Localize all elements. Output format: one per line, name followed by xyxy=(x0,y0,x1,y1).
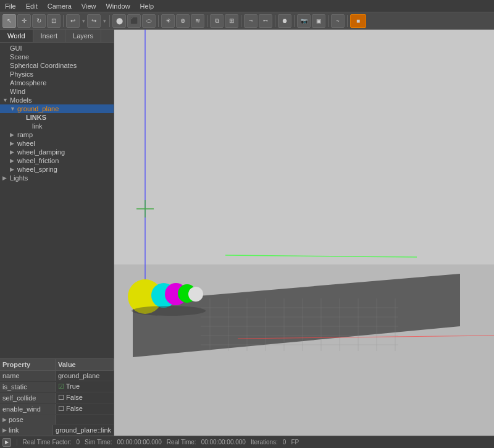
menu-edit[interactable]: Edit xyxy=(21,1,43,11)
box-tool[interactable]: ⬛ xyxy=(127,14,141,28)
scale-tool[interactable]: ⊡ xyxy=(47,14,61,28)
link-label-text: link xyxy=(9,426,19,434)
tree-arrow-wheel-spring: ▶ xyxy=(10,166,17,172)
pointlight-tool[interactable]: ☀ xyxy=(161,14,175,28)
sep5 xyxy=(241,15,241,27)
main-area: World Insert Layers GUI Scene Spherical … xyxy=(0,30,494,436)
video-tool[interactable]: ▣ xyxy=(312,14,325,28)
menu-help[interactable]: Help xyxy=(135,1,159,11)
tab-insert[interactable]: Insert xyxy=(33,30,66,42)
tab-layers[interactable]: Layers xyxy=(65,30,101,42)
dirlight-tool[interactable]: ≋ xyxy=(191,14,204,28)
menu-view[interactable]: View xyxy=(77,1,101,11)
prop-link-value: ground_plane::link xyxy=(53,425,114,435)
tree-item-ramp[interactable]: ▶ ramp xyxy=(0,130,114,139)
sphere-tool[interactable]: ⬤ xyxy=(112,14,126,28)
rtf-value: 0 xyxy=(77,439,80,446)
spotlight-tool[interactable]: ⊕ xyxy=(176,14,190,28)
cylinder-tool[interactable]: ⬭ xyxy=(142,14,156,28)
tree-label-models: Models xyxy=(10,96,114,104)
sep6 xyxy=(275,15,275,27)
menu-window[interactable]: Window xyxy=(101,1,135,11)
prop-name-label: name xyxy=(0,371,56,381)
tree-label-gui: GUI xyxy=(10,44,114,52)
rtf-label: Real Time Factor: xyxy=(23,439,72,446)
tree-arrow-models: ▼ xyxy=(2,97,10,103)
tree-item-wheel-damping[interactable]: ▶ wheel_damping xyxy=(0,148,114,156)
tree-item-lights[interactable]: ▶ Lights xyxy=(0,174,114,182)
prop-is-static-label: is_static xyxy=(0,382,56,392)
play-button[interactable]: ▶ xyxy=(2,438,11,447)
joint2-tool[interactable]: ⊷ xyxy=(259,14,272,28)
tree-label-wind: Wind xyxy=(10,88,114,95)
tree-arrow-ramp: ▶ xyxy=(10,132,17,138)
menu-camera[interactable]: Camera xyxy=(43,1,77,11)
tree-item-links[interactable]: LINKS xyxy=(0,113,114,122)
prop-pose-label: ▶ pose xyxy=(0,415,56,425)
record-tool[interactable]: ⏺ xyxy=(278,14,291,28)
sep4 xyxy=(207,15,207,27)
sep8 xyxy=(328,15,329,27)
tree-item-ground-plane[interactable]: ▼ ground_plane xyxy=(0,104,114,113)
tree-item-link[interactable]: link xyxy=(0,122,114,130)
sim-value: 00:00:00:00.000 xyxy=(117,439,162,446)
svg-point-28 xyxy=(188,287,203,302)
tree-label-ground-plane: ground_plane xyxy=(17,105,114,112)
pose-expand-arrow: ▶ xyxy=(2,416,9,423)
toolbar: ↖ ✛ ↻ ⊡ ↩ ▾ ↪ ▾ ⬤ ⬛ ⬭ ☀ ⊕ ≋ ⧉ ⊞ ⊸ ⊷ ⏺ 📷 … xyxy=(0,12,494,30)
sep2 xyxy=(109,15,110,27)
tree-arrow-lights: ▶ xyxy=(2,175,10,181)
screenshot-tool[interactable]: 📷 xyxy=(297,14,311,28)
prop-row-link[interactable]: ▶ link ground_plane::link xyxy=(0,425,114,436)
tree-item-models[interactable]: ▼ Models xyxy=(0,96,114,104)
joint1-tool[interactable]: ⊸ xyxy=(244,14,257,28)
graph-tool[interactable]: ~ xyxy=(331,14,345,28)
tree-label-scene: Scene xyxy=(10,53,114,61)
orange-tool[interactable]: ■ xyxy=(350,14,366,28)
statusbar: ▶ | Real Time Factor: 0 Sim Time: 00:00:… xyxy=(0,436,494,448)
prop-row-self-collide[interactable]: self_collide ☐ False xyxy=(0,392,114,404)
tree-item-wind[interactable]: Wind xyxy=(0,87,114,96)
tree-arrow-wheel-friction: ▶ xyxy=(10,158,17,164)
tree-item-wheel-spring[interactable]: ▶ wheel_spring xyxy=(0,165,114,174)
tree-arrow-ground-plane: ▼ xyxy=(10,106,17,112)
tree-item-wheel[interactable]: ▶ wheel xyxy=(0,139,114,148)
rotate-tool[interactable]: ↻ xyxy=(32,14,46,28)
prop-row-name[interactable]: name ground_plane xyxy=(0,371,114,381)
redo-button[interactable]: ↪ xyxy=(87,14,101,28)
tree-item-physics[interactable]: Physics xyxy=(0,70,114,78)
real-value: 00:00:00:00.000 xyxy=(201,439,246,446)
real-label: Real Time: xyxy=(167,439,196,446)
prop-self-collide-label: self_collide xyxy=(0,393,56,403)
translate-tool[interactable]: ✛ xyxy=(17,14,31,28)
prop-row-is-static[interactable]: is_static ☑ True xyxy=(0,381,114,392)
sep-dots: ▾ xyxy=(81,14,86,28)
undo-button[interactable]: ↩ xyxy=(66,14,80,28)
menu-file[interactable]: File xyxy=(0,1,21,11)
tree-item-gui[interactable]: GUI xyxy=(0,44,114,53)
enable-wind-text: False xyxy=(66,405,83,412)
tree-item-scene[interactable]: Scene xyxy=(0,53,114,61)
tree-label-spherical: Spherical Coordinates xyxy=(10,62,114,69)
prop-enable-wind-label: enable_wind xyxy=(0,404,56,414)
sep9 xyxy=(347,15,348,27)
prop-row-pose[interactable]: ▶ pose xyxy=(0,415,114,425)
3d-viewport[interactable] xyxy=(114,30,494,436)
prop-is-static-value: ☑ True xyxy=(56,381,114,392)
prop-pose-value xyxy=(56,418,114,421)
checkbox-is-static-icon: ☑ xyxy=(58,382,64,390)
prop-col-value: Value xyxy=(56,359,114,370)
tree-item-spherical[interactable]: Spherical Coordinates xyxy=(0,61,114,70)
tree-arrow-wheel-damping: ▶ xyxy=(10,149,17,155)
prop-row-enable-wind[interactable]: enable_wind ☐ False xyxy=(0,404,114,415)
checkbox-enable-wind-icon: ☐ xyxy=(58,405,64,412)
tab-world[interactable]: World xyxy=(0,30,33,42)
tree-item-wheel-friction[interactable]: ▶ wheel_friction xyxy=(0,156,114,165)
paste-tool[interactable]: ⊞ xyxy=(225,14,238,28)
self-collide-text: False xyxy=(66,394,83,401)
tree-item-atmosphere[interactable]: Atmosphere xyxy=(0,78,114,87)
copy-tool[interactable]: ⧉ xyxy=(210,14,224,28)
props-header: Property Value xyxy=(0,359,114,371)
prop-enable-wind-value: ☐ False xyxy=(56,404,114,414)
select-tool[interactable]: ↖ xyxy=(2,14,16,28)
